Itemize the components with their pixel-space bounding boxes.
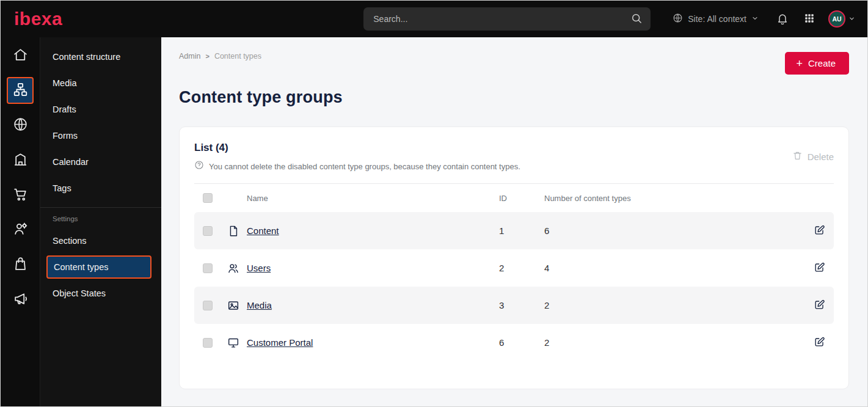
sidebar-item-drafts[interactable]: Drafts (40, 96, 161, 122)
admin-building-icon (13, 152, 28, 169)
group-count: 2 (544, 300, 801, 310)
commerce-cart-icon (13, 186, 28, 204)
card-header: List (4) You cannot delete the disabled … (194, 142, 834, 172)
help-circle-icon (194, 160, 204, 172)
group-id: 6 (499, 337, 544, 348)
rail-item-products[interactable] (7, 251, 34, 278)
group-link[interactable]: Customer Portal (247, 337, 313, 348)
edit-button[interactable] (801, 262, 825, 275)
main-header: Admin > Content types + Create (179, 52, 849, 75)
rail-item-commerce[interactable] (7, 182, 34, 208)
apps-grid-button[interactable] (801, 11, 817, 27)
sidebar-item-calendar[interactable]: Calendar (40, 148, 161, 175)
column-header-count: Number of content types (544, 194, 801, 203)
main-content: Admin > Content types + Create Content t… (161, 37, 867, 406)
globe-icon (673, 13, 683, 25)
rail-item-admin[interactable] (7, 147, 34, 174)
search-icon[interactable] (630, 12, 643, 26)
site-context-selector[interactable]: Site: All context (673, 13, 759, 25)
sidebar-item-forms[interactable]: Forms (40, 122, 161, 148)
grid-icon (804, 13, 815, 26)
group-link[interactable]: Media (247, 300, 272, 310)
chevron-down-icon (848, 15, 855, 24)
sidebar-item-media[interactable]: Media (40, 70, 161, 96)
row-checkbox[interactable] (203, 263, 213, 273)
table-row: Customer Portal 6 2 (194, 324, 834, 361)
row-checkbox[interactable] (203, 226, 213, 236)
table-row: Media 3 2 (194, 287, 834, 324)
table-row: Content 1 6 (194, 212, 834, 249)
group-id: 2 (499, 263, 544, 273)
sidebar-item-content-structure[interactable]: Content structure (40, 43, 161, 70)
plus-icon: + (796, 59, 803, 68)
edit-button[interactable] (801, 299, 825, 312)
home-icon (13, 47, 28, 64)
sidebar-item-sections[interactable]: Sections (40, 227, 161, 254)
row-checkbox[interactable] (203, 338, 213, 348)
rail-item-home[interactable] (7, 42, 34, 69)
group-count: 4 (544, 263, 801, 273)
app-window: ibexa Site: All context (0, 0, 868, 407)
trash-icon (792, 150, 803, 163)
ibexa-logo: ibexa (14, 9, 62, 29)
products-icon (13, 256, 28, 273)
site-globe-icon (13, 117, 28, 134)
sidebar-item-object-states[interactable]: Object States (40, 280, 161, 306)
rail-item-content[interactable] (7, 77, 34, 104)
rail-item-customers[interactable] (7, 216, 34, 243)
table-row: Users 2 4 (194, 249, 834, 287)
list-heading: List (4) (194, 142, 520, 154)
breadcrumb: Admin > Content types (179, 52, 261, 61)
edit-icon (814, 299, 825, 312)
search-input[interactable] (363, 7, 651, 31)
group-id: 1 (499, 226, 544, 236)
chevron-down-icon (751, 14, 759, 24)
breadcrumb-admin[interactable]: Admin (179, 52, 200, 61)
edit-icon (814, 336, 825, 350)
breadcrumb-current: Content types (214, 52, 261, 61)
content-file-icon (227, 225, 247, 237)
select-all-checkbox[interactable] (203, 193, 213, 203)
notifications-button[interactable] (775, 11, 790, 27)
edit-icon (814, 224, 825, 238)
media-image-icon (227, 299, 247, 312)
content-type-groups-card: List (4) You cannot delete the disabled … (179, 127, 849, 389)
customer-portal-monitor-icon (227, 337, 247, 349)
group-link[interactable]: Content (247, 226, 279, 236)
edit-button[interactable] (801, 224, 825, 238)
rail-item-site[interactable] (7, 112, 34, 139)
column-header-name: Name (247, 194, 499, 203)
content-structure-icon (13, 82, 28, 99)
bell-icon (776, 12, 789, 26)
sidebar-item-content-types[interactable]: Content types (46, 255, 151, 279)
table-header: Name ID Number of content types (194, 184, 834, 212)
group-id: 3 (499, 300, 544, 310)
icon-rail (1, 37, 40, 406)
marketing-megaphone-icon (13, 291, 28, 308)
sidebar-settings-heading: Settings (40, 208, 161, 227)
create-button[interactable]: + Create (785, 52, 849, 75)
breadcrumb-separator: > (205, 53, 209, 60)
customers-icon (13, 221, 28, 238)
delete-button[interactable]: Delete (792, 150, 834, 163)
page-title: Content type groups (179, 88, 849, 107)
user-menu[interactable]: AU (828, 10, 855, 28)
users-icon (227, 262, 247, 274)
sidebar: Content structure Media Drafts Forms Cal… (40, 37, 161, 406)
info-row: You cannot delete the disabled content t… (194, 160, 520, 172)
rail-item-marketing[interactable] (7, 286, 34, 313)
info-note: You cannot delete the disabled content t… (209, 162, 520, 171)
sidebar-item-tags[interactable]: Tags (40, 175, 161, 201)
global-search (363, 7, 651, 31)
column-header-id: ID (499, 194, 544, 203)
group-link[interactable]: Users (247, 263, 271, 273)
group-count: 6 (544, 226, 801, 236)
edit-button[interactable] (801, 336, 825, 350)
edit-icon (814, 262, 825, 275)
group-count: 2 (544, 337, 801, 348)
site-context-label: Site: All context (688, 14, 746, 24)
row-checkbox[interactable] (203, 301, 213, 310)
topbar: ibexa Site: All context (1, 1, 867, 37)
avatar: AU (828, 10, 845, 28)
